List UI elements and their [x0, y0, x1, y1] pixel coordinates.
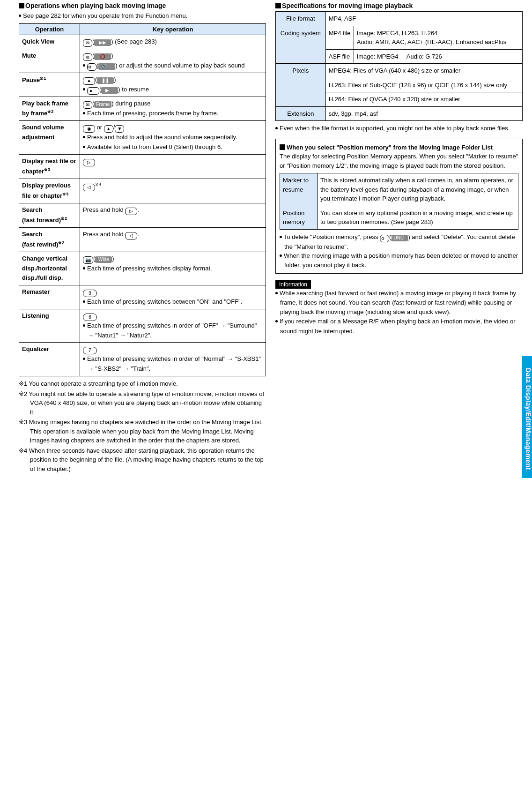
note-1: ※1 You cannot operate a streaming type o…	[19, 379, 266, 389]
spec-file-format-h: File format	[276, 12, 326, 26]
row-quick-view: Quick View ✉(▶▶) (See page 283)	[19, 35, 266, 49]
spec-note: Even when the file format is supported, …	[275, 124, 523, 133]
frame-label: Frame	[94, 101, 111, 108]
quick-view-note: ) (See page 283)	[111, 38, 157, 45]
spec-coding-h: Coding system	[276, 26, 326, 64]
row-eq: Equalizer 7 Each time of pressing switch…	[19, 343, 266, 376]
mail-key-icon: ✉	[83, 39, 92, 47]
row-disp: Change vertical disp./horizontal disp./f…	[19, 252, 266, 285]
op-pause: Pause※1	[19, 73, 80, 97]
down-key-icon: ▼	[115, 125, 124, 133]
frame-suffix: ) during pause	[111, 100, 150, 107]
right-heading-text: Specifications for moving image playback	[282, 2, 413, 9]
op-disp: Change vertical disp./horizontal disp./f…	[19, 252, 80, 285]
key-rw: Press and hold ◁.	[80, 227, 266, 252]
spec-px2: H.263: Files of Sub-QCIF (128 x 96) or Q…	[325, 78, 522, 92]
row-volume: Sound volume adjustment ◉ or ▲/▼ Press a…	[19, 121, 266, 155]
left-nav-key-icon-2: ◁	[125, 232, 137, 239]
remaster-line2: Each time of pressing switches between "…	[87, 298, 242, 305]
operations-table: Operation Key operation Quick View ✉(▶▶)…	[19, 23, 266, 377]
op-frame: Play back frame by frame※2	[19, 97, 80, 121]
sound-icon: 🔊	[98, 63, 115, 70]
box-title: When you select "Position memory" from t…	[280, 143, 518, 152]
vol-line2: Press and hold to adjust the sound volum…	[87, 134, 237, 141]
op-listening: Listening	[19, 309, 80, 343]
box-del2: When the moving image with a position me…	[280, 251, 518, 269]
op-eq: Equalizer	[19, 343, 80, 376]
row-listening: Listening 8 Each time of pressing switch…	[19, 309, 266, 343]
spec-asffile: ASF file	[325, 49, 354, 64]
wide-label: Wide	[95, 256, 112, 263]
note-4: ※4 When three seconds have elapsed after…	[19, 446, 266, 474]
pm-marker-h: Marker to resume	[280, 173, 318, 206]
side-tab: Data Display/Edit/Management	[522, 356, 532, 478]
key-mute: iα(🔇) iα(🔊) or adjust the sound volume t…	[80, 49, 266, 73]
left-nav-key-icon: ◁	[83, 184, 95, 191]
position-memory-table: Marker to resume This is stored automati…	[280, 173, 518, 230]
row-prev: Display previous file or chapter※3 ◁※4	[19, 179, 266, 203]
row-remaster: Remaster 9 Each time of pressing switche…	[19, 285, 266, 309]
key-volume: ◉ or ▲/▼ Press and hold to adjust the so…	[80, 121, 266, 155]
right-nav-key-icon-2: ▷	[125, 208, 137, 215]
pm-pos-h: Position memory	[280, 206, 318, 229]
th-key: Key operation	[80, 23, 266, 35]
key-remaster: 9 Each time of pressing switches between…	[80, 285, 266, 309]
row-next: Display next file or chapter※3 ▷	[19, 155, 266, 179]
position-memory-box: When you select "Position memory" from t…	[275, 139, 523, 274]
nine-key-icon: 9	[83, 290, 97, 297]
footnotes: ※1 You cannot operate a streaming type o…	[19, 379, 266, 473]
th-operation: Operation	[19, 23, 80, 35]
updown-nav-key-icon: ◉	[83, 125, 95, 133]
op-volume: Sound volume adjustment	[19, 121, 80, 155]
frame-line2: Each time of pressing, proceeds frame by…	[87, 110, 218, 117]
key-next: ▷	[80, 155, 266, 179]
op-next: Display next file or chapter※3	[19, 155, 80, 179]
left-column: Operations when playing back moving imag…	[19, 2, 266, 474]
op-remaster: Remaster	[19, 285, 80, 309]
key-prev: ◁※4	[80, 179, 266, 203]
row-rw: Search(fast rewind)※2 Press and hold ◁.	[19, 227, 266, 252]
disp-line2: Each time of pressing switches display f…	[87, 265, 212, 272]
key-frame: ✉(Frame) during pause Each time of press…	[80, 97, 266, 121]
fast-play-icon: ▶▶	[94, 39, 111, 46]
mail-key-icon-2: ✉	[83, 101, 92, 109]
spec-mp4-details: Image: MPEG4, H.263, H.264Audio: AMR, AA…	[354, 26, 522, 49]
op-rw: Search(fast rewind)※2	[19, 227, 80, 252]
pm-marker: This is stored automatically when a call…	[318, 173, 518, 206]
info-2: If you receive mail or a Message R/F whe…	[275, 317, 523, 336]
note-3: ※3 Moving images having no chapters are …	[19, 418, 266, 445]
spec-note-text: Even when the file format is supported, …	[280, 125, 510, 132]
box-body: The display for selecting Position Memor…	[280, 152, 518, 170]
spec-px1: MPEG4: Files of VGA (640 x 480) size or …	[325, 64, 522, 78]
spec-pixels-h: Pixels	[276, 64, 326, 107]
imode-key-icon: iα	[83, 53, 92, 61]
vol-line3: Available for set to from Level 0 (Silen…	[87, 143, 222, 150]
key-disp: 📷(Wide) Each time of pressing switches d…	[80, 252, 266, 285]
eq-line2: Each time of pressing switches in order …	[87, 355, 261, 372]
spec-ext: sdv, 3gp, mp4, asf	[325, 106, 522, 121]
key-eq: 7 Each time of pressing switches in orde…	[80, 343, 266, 376]
left-heading-text: Operations when playing back moving imag…	[25, 2, 166, 9]
information-body: While searching (fast forward or fast re…	[275, 289, 523, 336]
row-frame: Play back frame by frame※2 ✉(Frame) duri…	[19, 97, 266, 121]
op-ff: Search(fast forward)※2	[19, 203, 80, 227]
right-nav-key-icon: ▷	[83, 159, 95, 166]
op-prev: Display previous file or chapter※3	[19, 179, 80, 203]
seven-key-icon: 7	[83, 347, 97, 354]
box-del2-text: When the moving image with a position me…	[284, 252, 518, 269]
spec-ext-h: Extension	[276, 106, 326, 121]
box-del1: To delete "Position memory", press iα(FU…	[280, 232, 518, 252]
spec-mp4file: MP4 file	[325, 26, 354, 49]
key-quick-view: ✉(▶▶) (See page 283)	[80, 35, 266, 49]
left-intro-text: See page 282 for when you operate from t…	[23, 12, 187, 19]
imode-key-icon-3: iα	[380, 235, 389, 242]
key-listening: 8 Each time of pressing switches in orde…	[80, 309, 266, 343]
box-title-text: When you select "Position memory" from t…	[287, 144, 493, 151]
information-heading: Information	[275, 280, 311, 289]
info-1: While searching (fast forward or fast re…	[275, 289, 523, 317]
func-label: FUNC	[391, 235, 408, 241]
spec-table: File format MP4, ASF Coding system MP4 f…	[275, 11, 523, 121]
pause-icon: ❚❚	[97, 77, 114, 84]
up-key-icon: ▲	[104, 125, 113, 133]
op-mute: Mute	[19, 49, 80, 73]
